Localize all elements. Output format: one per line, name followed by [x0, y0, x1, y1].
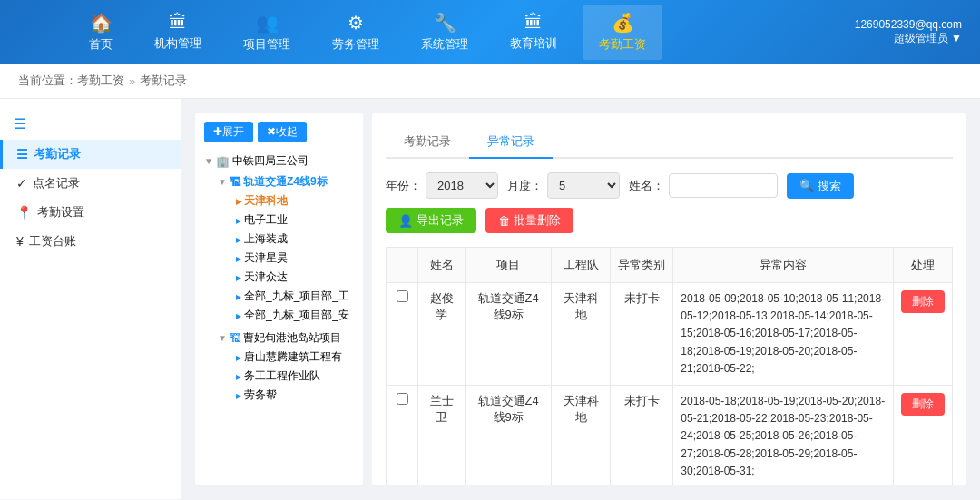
- tree-team-laowu[interactable]: ▸ 务工工程作业队: [231, 367, 354, 386]
- nav-label-org: 机构管理: [154, 35, 201, 52]
- shanghai-icon: ▸: [236, 233, 241, 246]
- tree-company-label: 中铁四局三公司: [232, 153, 309, 169]
- nav-item-home[interactable]: 🏠 首页: [73, 5, 129, 60]
- tree-project2-row[interactable]: ▼ 🏗 曹妃甸港池岛站项目: [218, 328, 354, 348]
- header: 🏠 首页 🏛 机构管理 👥 项目管理 ⚙ 劳务管理 🔧 系统管理 🏛 教育培训 …: [0, 0, 980, 64]
- tab-attendance[interactable]: 考勤记录: [386, 126, 469, 159]
- table-body: 赵俊学 轨道交通Z4线9标 天津科地 未打卡 2018-05-09;2018-0…: [387, 283, 953, 486]
- tree-team-zhongda[interactable]: ▸ 天津众达: [231, 268, 354, 287]
- month-select[interactable]: 5: [547, 172, 620, 199]
- bulk-delete-button[interactable]: 🗑 批量删除: [485, 208, 573, 233]
- tree-zhongda-label: 天津众达: [244, 270, 288, 285]
- table-row: 兰士卫 轨道交通Z4线9标 天津科地 未打卡 2018-05-18;2018-0…: [387, 385, 953, 485]
- content-wrapper: ✚展开 ✖收起 ▼ 🏢 中铁四局三公司: [195, 113, 966, 485]
- filter-month-group: 月度： 5: [507, 172, 620, 199]
- export-button[interactable]: 👤 导出记录: [386, 208, 476, 233]
- education-icon: 🏛: [524, 12, 543, 33]
- tree-quanbu2-label: 全部_九标_项目部_安: [244, 308, 349, 323]
- nav-label-labor: 劳务管理: [332, 36, 379, 53]
- month-label: 月度：: [507, 178, 543, 194]
- th-action: 处理: [893, 248, 952, 283]
- search-icon: 🔍: [799, 179, 814, 192]
- year-select[interactable]: 2018: [426, 172, 498, 199]
- row1-checkbox[interactable]: [397, 393, 408, 405]
- sidebar-header: ☰: [0, 108, 181, 140]
- sidebar: ☰ ☰ 考勤记录 ✓ 点名记录 📍 考勤设置 ¥ 工资台账: [0, 99, 181, 499]
- tree-team-shanghai[interactable]: ▸ 上海装成: [231, 230, 354, 249]
- row1-name: 兰士卫: [418, 385, 466, 485]
- nav-label-education: 教育培训: [510, 35, 557, 52]
- dianzi-icon: ▸: [236, 214, 241, 227]
- tab-anomaly[interactable]: 异常记录: [469, 126, 553, 159]
- tree-quanbu1-label: 全部_九标_项目部_工: [244, 289, 349, 304]
- attendance-settings-icon: 📍: [16, 205, 32, 220]
- row0-delete-btn[interactable]: 删除: [901, 290, 945, 313]
- nav-bar: 🏠 首页 🏛 机构管理 👥 项目管理 ⚙ 劳务管理 🔧 系统管理 🏛 教育培训 …: [73, 5, 662, 60]
- user-role[interactable]: 超级管理员 ▼: [894, 31, 962, 46]
- tree-team-dianzi[interactable]: ▸ 电子工业: [231, 211, 354, 230]
- tree-tianjinkedi-label: 天津科地: [244, 193, 288, 209]
- nav-label-project: 项目管理: [243, 36, 290, 53]
- row0-checkbox-cell: [387, 283, 418, 386]
- name-input[interactable]: [669, 173, 778, 198]
- nav-label-attendance: 考勤工资: [599, 36, 646, 53]
- laowubang-icon: ▸: [236, 389, 241, 402]
- export-icon: 👤: [398, 214, 413, 228]
- tree-team-quanbu2[interactable]: ▸ 全部_九标_项目部_安: [231, 306, 354, 325]
- nav-item-labor[interactable]: ⚙ 劳务管理: [316, 5, 396, 60]
- tree-company-row[interactable]: ▼ 🏢 中铁四局三公司: [204, 152, 354, 171]
- tree-team-tianjinkedi[interactable]: ▸ 天津科地: [231, 191, 354, 211]
- tree-dianzi-label: 电子工业: [244, 212, 288, 228]
- nav-item-org[interactable]: 🏛 机构管理: [138, 5, 218, 59]
- row1-anomaly-text: 2018-05-18;2018-05-19;2018-05-20;2018-05…: [681, 393, 886, 480]
- row0-project: 轨道交通Z4线9标: [466, 283, 552, 386]
- user-email: 1269052339@qq.com: [855, 18, 962, 31]
- attendance-icon: 💰: [612, 12, 634, 34]
- tree-toggle-p2: ▼: [218, 333, 227, 343]
- sidebar-label-salary: 工资台账: [29, 233, 76, 250]
- right-panel: 考勤记录 异常记录 年份： 2018 月度：: [372, 113, 966, 485]
- tree-team-xinghan[interactable]: ▸ 天津星昊: [231, 249, 354, 268]
- search-button[interactable]: 🔍 搜索: [787, 173, 854, 199]
- menu-icon: ☰: [14, 115, 26, 132]
- name-label: 姓名：: [629, 178, 664, 194]
- table-header-row: 姓名 项目 工程队 异常类别 异常内容 处理: [387, 248, 953, 283]
- row1-delete-btn[interactable]: 删除: [901, 393, 945, 416]
- tree-project1-label: 轨道交通Z4线9标: [243, 174, 328, 190]
- sidebar-item-attendance-settings[interactable]: 📍 考勤设置: [0, 198, 181, 227]
- sidebar-item-attendance-record[interactable]: ☰ 考勤记录: [0, 140, 181, 169]
- tree-children-p2: ▸ 唐山慧腾建筑工程有 ▸ 务工工程作业队 ▸ 劳务帮: [218, 348, 354, 405]
- project1-icon: 🏗: [230, 176, 240, 189]
- tree-xinghan-label: 天津星昊: [244, 250, 288, 266]
- tree-team-quanbu1[interactable]: ▸ 全部_九标_项目部_工: [231, 287, 354, 306]
- row1-anomaly-type: 未打卡: [611, 385, 673, 485]
- filter-year-group: 年份： 2018: [386, 172, 498, 199]
- sidebar-item-roll-call[interactable]: ✓ 点名记录: [0, 169, 181, 198]
- th-anomaly-content: 异常内容: [673, 248, 894, 283]
- system-icon: 🔧: [434, 12, 456, 34]
- tree-panel: ✚展开 ✖收起 ▼ 🏢 中铁四局三公司: [195, 113, 363, 485]
- nav-label-home: 首页: [89, 36, 113, 53]
- year-label: 年份：: [386, 178, 421, 194]
- sidebar-item-salary[interactable]: ¥ 工资台账: [0, 227, 181, 256]
- filter-name-group: 姓名：: [629, 173, 778, 198]
- main-layout: ☰ ☰ 考勤记录 ✓ 点名记录 📍 考勤设置 ¥ 工资台账 ✚展开: [0, 99, 980, 499]
- row0-checkbox[interactable]: [397, 290, 408, 302]
- row1-action-cell: 删除: [893, 385, 952, 485]
- tree-laowu-label: 务工工程作业队: [244, 368, 320, 384]
- breadcrumb-item-1: 当前位置：考勤工资: [18, 73, 124, 89]
- nav-item-education[interactable]: 🏛 教育培训: [494, 5, 573, 59]
- nav-item-system[interactable]: 🔧 系统管理: [405, 5, 485, 60]
- tree-project1-row[interactable]: ▼ 🏗 轨道交通Z4线9标: [218, 172, 354, 191]
- tree-expand-btn[interactable]: ✚展开: [204, 122, 253, 142]
- home-icon: 🏠: [90, 12, 113, 34]
- tree-team-tangshan[interactable]: ▸ 唐山慧腾建筑工程有: [231, 348, 354, 367]
- nav-item-attendance[interactable]: 💰 考勤工资: [583, 5, 662, 60]
- tree-shanghai-label: 上海装成: [244, 231, 288, 247]
- tangshan-icon: ▸: [236, 351, 241, 364]
- sidebar-label-attendance-settings: 考勤设置: [37, 204, 84, 221]
- tree-collapse-btn[interactable]: ✖收起: [258, 122, 307, 142]
- tree-team-laowubang[interactable]: ▸ 劳务帮: [231, 386, 354, 405]
- user-info: 1269052339@qq.com 超级管理员 ▼: [855, 18, 962, 46]
- nav-item-project[interactable]: 👥 项目管理: [227, 5, 307, 60]
